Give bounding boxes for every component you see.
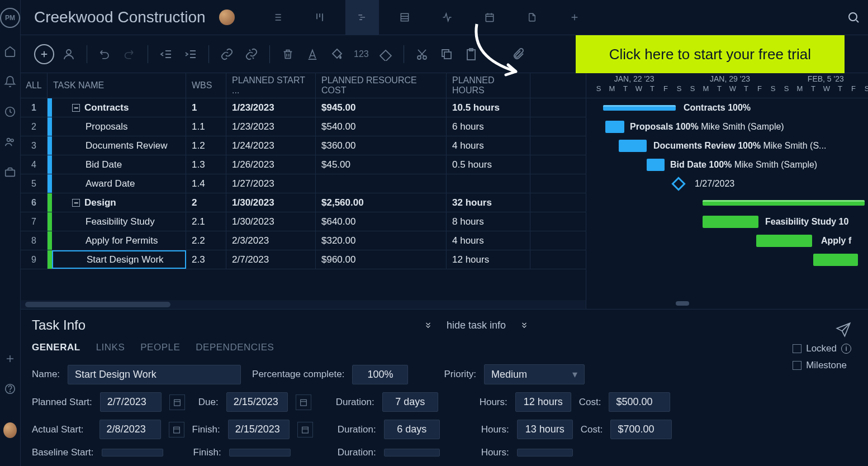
tab-dependencies[interactable]: DEPENDENCIES xyxy=(196,342,274,353)
hours-field[interactable]: 12 hours xyxy=(515,392,571,412)
logo[interactable]: PM xyxy=(0,8,20,28)
bell-icon[interactable] xyxy=(3,75,17,88)
col-planned-start[interactable]: PLANNED START ... xyxy=(226,73,316,98)
milestone-icon[interactable] xyxy=(376,44,396,64)
cut-icon[interactable] xyxy=(412,44,432,64)
table-row[interactable]: 3Documents Review1.21/24/2023$360.004 ho… xyxy=(21,136,586,155)
attach-icon[interactable] xyxy=(508,44,528,64)
help-icon[interactable] xyxy=(3,382,17,396)
col-planned-cost[interactable]: PLANNED RESOURCE COST xyxy=(316,73,447,98)
grid-h-scrollbar[interactable] xyxy=(21,300,586,309)
planned-start-field[interactable]: 2/7/2023 xyxy=(100,392,162,412)
view-activity-icon[interactable] xyxy=(430,0,464,35)
people-icon[interactable] xyxy=(3,135,17,149)
delete-icon[interactable] xyxy=(278,44,298,64)
collapse-icon[interactable]: − xyxy=(72,104,80,112)
view-calendar-icon[interactable] xyxy=(473,0,506,35)
gantt-h-scrollbar[interactable] xyxy=(586,298,868,309)
outdent-icon[interactable] xyxy=(156,44,176,64)
milestone-checkbox[interactable] xyxy=(793,361,801,370)
duration-field[interactable]: 7 days xyxy=(382,392,438,412)
priority-select[interactable]: Medium▾ xyxy=(484,364,585,384)
view-list-icon[interactable] xyxy=(260,0,294,35)
gantt-bar[interactable] xyxy=(647,159,665,171)
gantt-bar[interactable] xyxy=(603,105,676,111)
locked-checkbox[interactable] xyxy=(793,344,801,353)
clock-icon[interactable] xyxy=(3,105,17,118)
name-field[interactable]: Start Design Work xyxy=(68,365,241,384)
cost-field[interactable]: $700.00 xyxy=(610,420,672,439)
link-icon[interactable] xyxy=(217,44,237,64)
table-row[interactable]: 6−Design21/30/2023$2,560.0032 hours xyxy=(21,193,586,212)
svg-rect-19 xyxy=(302,427,308,433)
gantt-bar[interactable] xyxy=(756,235,812,247)
gantt-bar[interactable] xyxy=(605,121,624,133)
gantt-row: Contracts 100% xyxy=(586,98,868,117)
duration-field[interactable]: 6 days xyxy=(384,420,440,439)
baseline-finish-field[interactable] xyxy=(229,449,291,457)
indent-icon[interactable] xyxy=(181,44,201,64)
view-file-icon[interactable] xyxy=(515,0,549,35)
calendar-icon[interactable] xyxy=(296,394,311,410)
hours-field[interactable] xyxy=(517,449,573,457)
collapse-icon[interactable]: − xyxy=(72,199,80,207)
baseline-start-field[interactable] xyxy=(102,449,163,457)
gantt-bar[interactable] xyxy=(813,254,858,266)
duration-field[interactable] xyxy=(384,449,440,457)
home-icon[interactable] xyxy=(3,45,17,58)
chevron-down-icon[interactable] xyxy=(519,321,529,329)
finish-field[interactable]: 2/15/2023 xyxy=(228,420,290,439)
tab-people[interactable]: PEOPLE xyxy=(140,342,180,353)
add-icon[interactable] xyxy=(3,352,17,365)
table-row[interactable]: 8Apply for Permits2.22/3/2023$320.004 ho… xyxy=(21,231,586,250)
table-row[interactable]: 9Start Design Work2.32/7/2023$960.0012 h… xyxy=(21,250,586,269)
view-board-icon[interactable] xyxy=(303,0,336,35)
assign-person-icon[interactable] xyxy=(59,44,79,64)
milestone-diamond[interactable] xyxy=(671,177,685,191)
table-row[interactable]: 2Proposals1.11/23/2023$540.006 hours xyxy=(21,117,586,136)
user-avatar[interactable] xyxy=(3,424,17,437)
view-add-icon[interactable] xyxy=(558,0,591,35)
trial-banner[interactable]: Click here to start your free trial xyxy=(576,35,845,73)
col-task-name[interactable]: TASK NAME xyxy=(48,73,186,98)
chevron-down-icon[interactable] xyxy=(423,321,433,329)
col-wbs[interactable]: WBS xyxy=(186,73,226,98)
col-planned-hours[interactable]: PLANNED HOURS xyxy=(447,73,530,98)
hide-task-info[interactable]: hide task info xyxy=(447,320,506,331)
send-icon[interactable] xyxy=(836,322,851,337)
svg-rect-17 xyxy=(300,400,306,406)
table-row[interactable]: 7Feasibility Study2.11/30/2023$640.008 h… xyxy=(21,212,586,231)
numbering-icon[interactable]: 123 xyxy=(352,49,371,59)
table-row[interactable]: 1−Contracts11/23/2023$945.0010.5 hours xyxy=(21,98,586,117)
calendar-icon[interactable] xyxy=(169,422,184,438)
gantt-bar[interactable] xyxy=(703,216,758,228)
pct-field[interactable]: 100% xyxy=(352,365,408,384)
redo-icon[interactable] xyxy=(120,44,140,64)
project-avatar[interactable] xyxy=(219,9,235,25)
unlink-icon[interactable] xyxy=(241,44,262,64)
text-style-icon[interactable] xyxy=(302,44,322,64)
briefcase-icon[interactable] xyxy=(3,165,17,179)
copy-icon[interactable] xyxy=(437,44,457,64)
col-all[interactable]: ALL xyxy=(21,73,48,98)
view-sheet-icon[interactable] xyxy=(388,0,421,35)
tab-general[interactable]: GENERAL xyxy=(32,342,80,353)
tab-links[interactable]: LINKS xyxy=(96,342,125,353)
cost-field[interactable]: $500.00 xyxy=(609,392,670,412)
table-row[interactable]: 5Award Date1.41/27/2023 xyxy=(21,174,586,193)
calendar-icon[interactable] xyxy=(169,394,185,410)
fill-color-icon[interactable] xyxy=(327,44,347,64)
undo-icon[interactable] xyxy=(95,44,115,64)
hours-field[interactable]: 13 hours xyxy=(517,420,573,439)
paste-icon[interactable] xyxy=(461,44,481,64)
actual-start-field[interactable]: 2/8/2023 xyxy=(99,420,161,439)
gantt-bar[interactable] xyxy=(619,140,647,152)
table-row[interactable]: 4Bid Date1.31/26/2023$45.000.5 hours xyxy=(21,155,586,174)
add-task-button[interactable] xyxy=(34,44,54,64)
due-field[interactable]: 2/15/2023 xyxy=(226,392,288,412)
gantt-bar[interactable] xyxy=(703,200,865,206)
info-icon[interactable]: i xyxy=(841,344,851,354)
view-gantt-icon[interactable] xyxy=(345,0,379,35)
search-icon[interactable] xyxy=(847,11,860,24)
calendar-icon[interactable] xyxy=(297,422,313,438)
